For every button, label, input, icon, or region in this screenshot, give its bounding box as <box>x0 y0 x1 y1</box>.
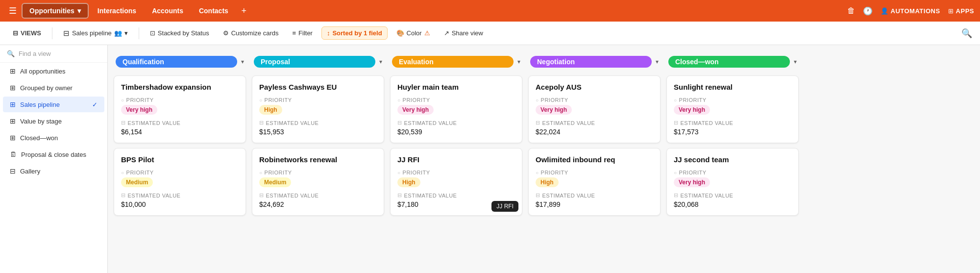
nav-tab-contacts[interactable]: Contacts <box>192 3 235 19</box>
stacked-button[interactable]: ⊡ Stacked by Status <box>145 27 214 39</box>
search-button[interactable]: 🔍 <box>961 28 972 39</box>
automations-label: AUTOMATIONS <box>891 7 940 15</box>
add-tab-button[interactable]: + <box>237 4 251 18</box>
table-row[interactable]: Payless Cashways EUPRIORITYHighESTIMATED… <box>252 75 384 143</box>
priority-field-label: PRIORITY <box>536 97 653 103</box>
column-chevron-evaluation[interactable]: ▾ <box>517 58 520 65</box>
sidebar-item-gallery[interactable]: ⊟ Gallery <box>3 163 104 179</box>
customize-icon: ⚙ <box>223 29 229 37</box>
priority-badge: Very high <box>536 105 572 115</box>
value-field-label: ESTIMATED VALUE <box>674 192 791 199</box>
card-estimated-value: $20,068 <box>674 200 791 208</box>
pipeline-button[interactable]: ⊟ Sales pipeline 👥 ▾ <box>58 26 133 40</box>
value-by-stage-icon: ⊞ <box>10 117 16 125</box>
nav-tab-interactions-label: Interactions <box>98 7 136 15</box>
nav-tab-opportunities[interactable]: Opportunities ▾ <box>22 3 89 19</box>
pipeline-chevron-icon: ▾ <box>124 29 128 37</box>
card-estimated-value: $17,899 <box>536 200 653 208</box>
sidebar-search[interactable]: 🔍 Find a view <box>0 45 107 63</box>
card-tooltip: JJ RFI <box>491 201 518 212</box>
column-chevron-proposal[interactable]: ▾ <box>379 58 382 65</box>
customize-label: Customize cards <box>231 29 279 37</box>
apps-button[interactable]: ⊞ APPS <box>948 7 974 15</box>
nav-tab-contacts-label: Contacts <box>199 7 228 15</box>
main-layout: 🔍 Find a view ⊞ All opportunities ⊞ Grou… <box>0 45 980 273</box>
card-wrapper: Payless Cashways EUPRIORITYHighESTIMATED… <box>252 75 384 143</box>
views-button[interactable]: ⊟ VIEWS <box>8 27 46 39</box>
column-chevron-closed-won[interactable]: ▾ <box>794 58 797 65</box>
value-field-label: ESTIMATED VALUE <box>536 192 653 199</box>
pipeline-people-icon: 👥 <box>114 29 122 37</box>
sidebar-item-all-opportunities[interactable]: ⊞ All opportunities <box>3 63 104 79</box>
nav-tab-accounts[interactable]: Accounts <box>145 3 190 19</box>
priority-field-label: PRIORITY <box>259 97 377 103</box>
nav-tab-interactions[interactable]: Interactions <box>91 3 143 19</box>
apps-label: APPS <box>956 7 974 15</box>
table-row[interactable]: BPS PilotPRIORITYMediumESTIMATED VALUE$1… <box>114 148 246 216</box>
hamburger-icon[interactable]: ☰ <box>6 2 20 19</box>
table-row[interactable]: Sunlight renewalPRIORITYVery highESTIMAT… <box>666 75 799 143</box>
toolbar: ⊟ VIEWS ⊟ Sales pipeline 👥 ▾ ⊡ Stacked b… <box>0 22 980 45</box>
sidebar-item-closed-won-label: Closed—won <box>20 134 58 142</box>
sidebar-item-sales-pipeline[interactable]: ⊞ Sales pipeline ✓ <box>3 97 104 112</box>
sorted-button[interactable]: ↕ Sorted by 1 field <box>321 26 388 40</box>
closed-won-icon: ⊞ <box>10 134 16 142</box>
automations-button[interactable]: 👤 AUTOMATIONS <box>881 7 940 15</box>
sidebar-item-grouped-by-owner[interactable]: ⊞ Grouped by owner <box>3 80 104 96</box>
sidebar-item-closed-won[interactable]: ⊞ Closed—won <box>3 130 104 146</box>
priority-field-label: PRIORITY <box>536 170 653 175</box>
column-chevron-qualification[interactable]: ▾ <box>241 58 244 65</box>
pipeline-grid-icon: ⊟ <box>63 29 70 38</box>
stage-badge-qualification[interactable]: Qualification <box>116 56 237 68</box>
column-chevron-negotiation[interactable]: ▾ <box>656 58 659 65</box>
board-column-negotiation: Negotiation▾Acepoly AUSPRIORITYVery high… <box>528 53 661 265</box>
share-view-button[interactable]: ↗ Share view <box>439 27 488 39</box>
active-check-icon: ✓ <box>92 101 98 108</box>
customize-button[interactable]: ⚙ Customize cards <box>218 27 284 39</box>
sidebar-item-proposal-close-dates[interactable]: 🗓 Proposal & close dates <box>3 147 104 162</box>
table-row[interactable]: Huyler main teamPRIORITYVery highESTIMAT… <box>390 75 522 143</box>
stage-badge-closed-won[interactable]: Closed—won <box>668 56 790 68</box>
priority-badge: High <box>536 177 559 187</box>
sidebar-item-value-by-stage[interactable]: ⊞ Value by stage <box>3 113 104 129</box>
nav-tab-accounts-label: Accounts <box>152 7 183 15</box>
stage-badge-negotiation[interactable]: Negotiation <box>530 56 652 68</box>
table-row[interactable]: Owlimited inbound reqPRIORITYHighESTIMAT… <box>528 148 661 216</box>
history-icon[interactable]: 🕐 <box>863 6 873 16</box>
card-title: JJ second team <box>674 155 791 164</box>
card-estimated-value: $6,154 <box>121 128 239 136</box>
card-wrapper: Robinetworks renewalPRIORITYMediumESTIMA… <box>252 148 384 216</box>
priority-field-label: PRIORITY <box>397 170 515 175</box>
automations-icon: 👤 <box>881 7 888 15</box>
card-wrapper: Owlimited inbound reqPRIORITYHighESTIMAT… <box>528 148 661 216</box>
sidebar-item-gallery-label: Gallery <box>20 168 40 175</box>
priority-field-label: PRIORITY <box>397 97 515 103</box>
priority-field-label: PRIORITY <box>674 97 791 103</box>
toolbar-divider-1 <box>52 27 52 39</box>
table-row[interactable]: Acepoly AUSPRIORITYVery highESTIMATED VA… <box>528 75 661 143</box>
card-estimated-value: $22,024 <box>536 128 653 136</box>
priority-badge: Very high <box>121 105 157 115</box>
pipeline-label: Sales pipeline <box>72 29 112 37</box>
share-icon: ↗ <box>444 29 449 37</box>
board-column-qualification: Qualification▾Timbershadow expansionPRIO… <box>114 53 246 265</box>
table-row[interactable]: Timbershadow expansionPRIORITYVery highE… <box>114 75 246 143</box>
trash-icon[interactable]: 🗑 <box>847 6 855 15</box>
filter-button[interactable]: ≡ Filter <box>287 27 317 39</box>
sidebar-item-proposal-close-dates-label: Proposal & close dates <box>21 151 86 158</box>
card-estimated-value: $15,953 <box>259 128 377 136</box>
sidebar-search-placeholder: Find a view <box>19 50 51 57</box>
card-estimated-value: $24,692 <box>259 200 377 208</box>
color-palette-icon: 🎨 <box>396 29 404 37</box>
card-wrapper: Timbershadow expansionPRIORITYVery highE… <box>114 75 246 143</box>
table-row[interactable]: JJ second teamPRIORITYVery highESTIMATED… <box>666 148 799 216</box>
sidebar-item-value-by-stage-label: Value by stage <box>20 118 62 125</box>
stage-badge-evaluation[interactable]: Evaluation <box>392 56 514 68</box>
color-button[interactable]: 🎨 Color ⚠ <box>392 27 435 39</box>
sales-pipeline-icon: ⊞ <box>10 100 16 108</box>
priority-badge: High <box>397 177 420 187</box>
card-title: Payless Cashways EU <box>259 83 377 91</box>
table-row[interactable]: Robinetworks renewalPRIORITYMediumESTIMA… <box>252 148 384 216</box>
stage-badge-proposal[interactable]: Proposal <box>254 56 375 68</box>
sidebar-search-icon: 🔍 <box>7 50 15 57</box>
